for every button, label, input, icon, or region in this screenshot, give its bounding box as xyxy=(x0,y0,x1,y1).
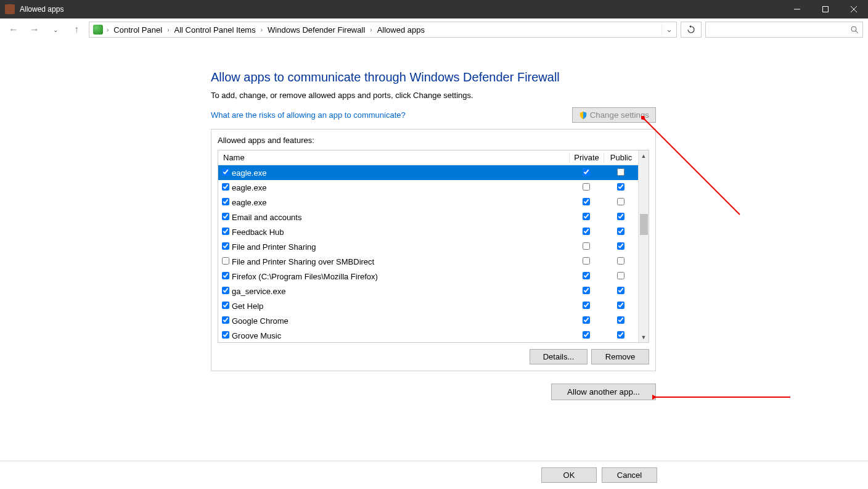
public-checkbox[interactable] xyxy=(617,316,624,324)
refresh-button[interactable] xyxy=(681,22,702,38)
main-content: Allow apps to communicate through Window… xyxy=(211,70,656,400)
private-checkbox[interactable] xyxy=(583,316,590,324)
app-name: Feedback Hub xyxy=(232,228,569,237)
app-name: Google Chrome xyxy=(232,316,569,326)
change-settings-button[interactable]: Change settings xyxy=(572,107,656,123)
scroll-down-icon[interactable]: ▼ xyxy=(639,332,649,342)
column-private[interactable]: Private xyxy=(569,153,604,162)
close-icon xyxy=(851,6,857,12)
allowed-apps-group: Allowed apps and features: Name Private … xyxy=(211,129,656,371)
remove-button[interactable]: Remove xyxy=(591,349,649,364)
table-row[interactable]: Groove Music xyxy=(218,328,638,342)
private-checkbox[interactable] xyxy=(583,198,590,205)
public-checkbox[interactable] xyxy=(617,272,624,279)
enable-checkbox[interactable] xyxy=(222,228,229,235)
enable-checkbox[interactable] xyxy=(222,331,229,339)
table-row[interactable]: Firefox (C:\Program Files\Mozilla Firefo… xyxy=(218,269,638,284)
public-checkbox[interactable] xyxy=(617,302,624,309)
table-row[interactable]: eagle.exe xyxy=(218,165,638,180)
breadcrumb-item[interactable]: All Control Panel Items xyxy=(173,25,256,35)
address-dropdown[interactable]: ⌄ xyxy=(661,22,676,37)
svg-point-4 xyxy=(851,27,856,31)
private-checkbox[interactable] xyxy=(583,242,590,250)
back-button[interactable]: ← xyxy=(5,22,22,38)
public-checkbox[interactable] xyxy=(617,331,624,339)
enable-checkbox[interactable] xyxy=(222,257,229,265)
public-checkbox[interactable] xyxy=(617,183,624,191)
table-row[interactable]: eagle.exe xyxy=(218,195,638,210)
minimize-button[interactable] xyxy=(783,0,811,18)
close-button[interactable] xyxy=(840,0,868,18)
scroll-thumb[interactable] xyxy=(640,214,648,235)
ok-button[interactable]: OK xyxy=(541,467,597,483)
public-checkbox[interactable] xyxy=(617,228,624,235)
enable-checkbox[interactable] xyxy=(222,316,229,324)
risks-link[interactable]: What are the risks of allowing an app to… xyxy=(211,110,406,120)
scroll-up-icon[interactable]: ▲ xyxy=(639,150,649,161)
allow-another-app-button[interactable]: Allow another app... xyxy=(551,384,656,400)
dialog-footer: OK Cancel xyxy=(0,461,868,489)
private-checkbox[interactable] xyxy=(583,302,590,309)
private-checkbox[interactable] xyxy=(583,183,590,191)
enable-checkbox[interactable] xyxy=(222,198,229,205)
public-checkbox[interactable] xyxy=(617,213,624,220)
private-checkbox[interactable] xyxy=(583,168,590,176)
maximize-icon xyxy=(822,6,829,12)
table-row[interactable]: Get Help xyxy=(218,298,638,313)
table-row[interactable]: Feedback Hub xyxy=(218,224,638,239)
chevron-right-icon: › xyxy=(261,27,263,33)
enable-checkbox[interactable] xyxy=(222,213,229,220)
address-bar[interactable]: › Control Panel › All Control Panel Item… xyxy=(89,22,677,38)
group-label: Allowed apps and features: xyxy=(218,136,649,145)
column-public[interactable]: Public xyxy=(604,153,638,162)
breadcrumb-item[interactable]: Windows Defender Firewall xyxy=(266,25,366,35)
private-checkbox[interactable] xyxy=(583,287,590,294)
table-row[interactable]: eagle.exe xyxy=(218,180,638,195)
public-checkbox[interactable] xyxy=(617,242,624,250)
titlebar: Allowed apps xyxy=(0,0,868,18)
table-row[interactable]: Google Chrome xyxy=(218,313,638,328)
forward-button[interactable]: → xyxy=(26,22,43,38)
scrollbar[interactable]: ▲ ▼ xyxy=(638,150,649,342)
table-row[interactable]: ga_service.exe xyxy=(218,284,638,298)
svg-rect-1 xyxy=(823,7,829,12)
public-checkbox[interactable] xyxy=(617,198,624,205)
allowed-apps-list: Name Private Public eagle.exeeagle.exeea… xyxy=(218,150,649,343)
public-checkbox[interactable] xyxy=(617,257,624,265)
private-checkbox[interactable] xyxy=(583,272,590,279)
shield-icon xyxy=(579,111,588,120)
up-button[interactable]: ↑ xyxy=(68,22,85,38)
cancel-button[interactable]: Cancel xyxy=(602,467,657,483)
search-input[interactable] xyxy=(705,22,863,38)
page-subtitle: To add, change, or remove allowed apps a… xyxy=(211,91,656,100)
enable-checkbox[interactable] xyxy=(222,183,229,191)
breadcrumb-item[interactable]: Control Panel xyxy=(112,25,163,35)
enable-checkbox[interactable] xyxy=(222,272,229,279)
chevron-right-icon: › xyxy=(107,27,108,33)
address-row: ← → ⌄ ↑ › Control Panel › All Control Pa… xyxy=(5,21,863,38)
table-row[interactable]: Email and accounts xyxy=(218,210,638,224)
enable-checkbox[interactable] xyxy=(222,302,229,309)
app-name: File and Printer Sharing over SMBDirect xyxy=(232,257,569,266)
svg-line-5 xyxy=(856,31,858,33)
svg-line-6 xyxy=(645,120,740,215)
private-checkbox[interactable] xyxy=(583,257,590,265)
private-checkbox[interactable] xyxy=(583,213,590,220)
enable-checkbox[interactable] xyxy=(222,168,229,176)
public-checkbox[interactable] xyxy=(617,287,624,294)
table-row[interactable]: File and Printer Sharing over SMBDirect xyxy=(218,254,638,269)
private-checkbox[interactable] xyxy=(583,331,590,339)
app-name: File and Printer Sharing xyxy=(232,242,569,252)
annotation-arrow xyxy=(652,392,794,402)
breadcrumb-item[interactable]: Allowed apps xyxy=(376,25,426,35)
public-checkbox[interactable] xyxy=(617,168,624,176)
maximize-button[interactable] xyxy=(811,0,840,18)
column-name[interactable]: Name xyxy=(218,153,569,162)
recent-button[interactable]: ⌄ xyxy=(47,22,64,38)
private-checkbox[interactable] xyxy=(583,228,590,235)
table-row[interactable]: File and Printer Sharing xyxy=(218,239,638,254)
enable-checkbox[interactable] xyxy=(222,287,229,294)
enable-checkbox[interactable] xyxy=(222,242,229,250)
details-button[interactable]: Details... xyxy=(530,349,588,364)
minimize-icon xyxy=(794,6,800,12)
